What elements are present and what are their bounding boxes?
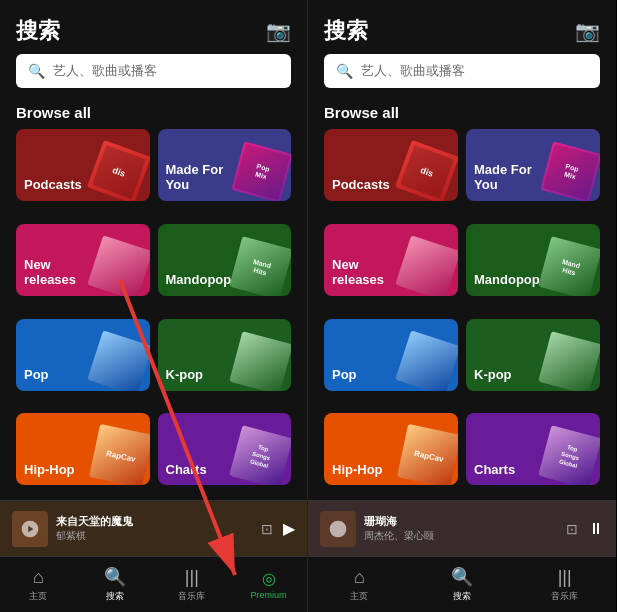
left-search-icon: 🔍 — [28, 63, 45, 79]
right-genre-kpop[interactable]: K-pop — [466, 319, 600, 391]
right-genre-charts[interactable]: Charts TopSongsGlobal — [466, 413, 600, 485]
right-search-nav-icon: 🔍 — [451, 566, 473, 588]
right-genre-charts-label: Charts — [474, 462, 515, 478]
right-search-placeholder: 艺人、歌曲或播客 — [361, 62, 465, 80]
right-genre-podcasts-label: Podcasts — [332, 177, 390, 193]
left-search-bar[interactable]: 🔍 艺人、歌曲或播客 — [16, 54, 291, 88]
left-genre-made-for-you-label: Made For You — [166, 162, 237, 193]
left-genre-podcasts[interactable]: Podcasts dis — [16, 129, 150, 201]
right-genre-hiphop[interactable]: Hip-Hop RapCav — [324, 413, 458, 485]
left-cast-button[interactable]: ⊡ — [261, 521, 273, 537]
left-nav-library-label: 音乐库 — [178, 590, 205, 603]
right-now-playing-title: 珊瑚海 — [364, 514, 558, 529]
right-nav-search[interactable]: 🔍 搜索 — [411, 566, 514, 603]
left-phone-panel: 搜索 📷 🔍 艺人、歌曲或播客 Browse all Podcasts dis … — [0, 0, 308, 612]
left-genre-mandopop[interactable]: Mandopop MandHits — [158, 224, 292, 296]
left-genre-hiphop-label: Hip-Hop — [24, 462, 75, 478]
right-browse-grid: Podcasts dis Made For You PopMix New rel… — [308, 129, 616, 500]
left-genre-hiphop[interactable]: Hip-Hop RapCav — [16, 413, 150, 485]
right-nav-library[interactable]: ||| 音乐库 — [513, 567, 616, 603]
right-genre-made-for-you[interactable]: Made For You PopMix — [466, 129, 600, 201]
right-browse-label: Browse all — [308, 100, 616, 129]
right-genre-mandopop-label: Mandopop — [474, 272, 540, 288]
right-now-playing[interactable]: 珊瑚海 周杰伦、梁心颐 ⊡ ⏸ — [308, 500, 616, 556]
left-genre-podcasts-label: Podcasts — [24, 177, 82, 193]
right-genre-new-releases-label: New releases — [332, 257, 403, 288]
left-genre-kpop[interactable]: K-pop — [158, 319, 292, 391]
right-header: 搜索 📷 — [308, 0, 616, 54]
right-now-playing-thumb — [320, 511, 356, 547]
right-genre-made-for-you-label: Made For You — [474, 162, 545, 193]
left-header: 搜索 📷 — [0, 0, 307, 54]
left-camera-icon[interactable]: 📷 — [266, 19, 291, 43]
left-nav-search-label: 搜索 — [106, 590, 124, 603]
right-page-title: 搜索 — [324, 16, 368, 46]
left-bottom-nav: ⌂ 主页 🔍 搜索 ||| 音乐库 ◎ Premium — [0, 556, 307, 612]
right-search-bar[interactable]: 🔍 艺人、歌曲或播客 — [324, 54, 600, 88]
left-search-nav-icon: 🔍 — [104, 566, 126, 588]
left-genre-new-releases-label: New releases — [24, 257, 95, 288]
left-nav-library[interactable]: ||| 音乐库 — [154, 567, 231, 603]
left-genre-made-for-you[interactable]: Made For You PopMix — [158, 129, 292, 201]
left-nav-premium-label: Premium — [251, 590, 287, 600]
right-genre-pop-label: Pop — [332, 367, 357, 383]
right-camera-icon[interactable]: 📷 — [575, 19, 600, 43]
right-genre-mandopop[interactable]: Mandopop MandHits — [466, 224, 600, 296]
right-nav-home[interactable]: ⌂ 主页 — [308, 567, 411, 603]
left-genre-kpop-label: K-pop — [166, 367, 204, 383]
left-nav-home-label: 主页 — [29, 590, 47, 603]
left-now-playing[interactable]: 来自天堂的魔鬼 郁紫棋 ⊡ ▶ — [0, 500, 307, 556]
left-play-button[interactable]: ▶ — [283, 519, 295, 538]
left-genre-charts-label: Charts — [166, 462, 207, 478]
left-now-playing-artist: 郁紫棋 — [56, 529, 253, 543]
left-search-placeholder: 艺人、歌曲或播客 — [53, 62, 157, 80]
right-genre-kpop-label: K-pop — [474, 367, 512, 383]
right-library-icon: ||| — [558, 567, 572, 588]
left-genre-pop[interactable]: Pop — [16, 319, 150, 391]
left-genre-pop-label: Pop — [24, 367, 49, 383]
right-now-playing-controls: ⊡ ⏸ — [566, 520, 604, 538]
right-nav-library-label: 音乐库 — [551, 590, 578, 603]
left-now-playing-info: 来自天堂的魔鬼 郁紫棋 — [56, 514, 253, 543]
right-now-playing-info: 珊瑚海 周杰伦、梁心颐 — [364, 514, 558, 543]
left-premium-icon: ◎ — [262, 569, 276, 588]
left-library-icon: ||| — [185, 567, 199, 588]
right-phone-panel: 搜索 📷 🔍 艺人、歌曲或播客 Browse all Podcasts dis … — [308, 0, 616, 612]
left-now-playing-title: 来自天堂的魔鬼 — [56, 514, 253, 529]
svg-point-2 — [330, 520, 347, 537]
right-genre-hiphop-label: Hip-Hop — [332, 462, 383, 478]
left-nav-search[interactable]: 🔍 搜索 — [77, 566, 154, 603]
left-genre-charts[interactable]: Charts TopSongsGlobal — [158, 413, 292, 485]
left-now-playing-controls: ⊡ ▶ — [261, 519, 295, 538]
left-page-title: 搜索 — [16, 16, 60, 46]
right-genre-new-releases[interactable]: New releases — [324, 224, 458, 296]
right-nav-home-label: 主页 — [350, 590, 368, 603]
right-genre-pop[interactable]: Pop — [324, 319, 458, 391]
left-genre-mandopop-label: Mandopop — [166, 272, 232, 288]
right-nav-search-label: 搜索 — [453, 590, 471, 603]
left-genre-new-releases[interactable]: New releases — [16, 224, 150, 296]
left-browse-grid: Podcasts dis Made For You PopMix New rel… — [0, 129, 307, 500]
right-genre-podcasts[interactable]: Podcasts dis — [324, 129, 458, 201]
right-bottom-nav: ⌂ 主页 🔍 搜索 ||| 音乐库 — [308, 556, 616, 612]
left-browse-label: Browse all — [0, 100, 307, 129]
right-search-icon: 🔍 — [336, 63, 353, 79]
left-home-icon: ⌂ — [33, 567, 44, 588]
right-cast-button[interactable]: ⊡ — [566, 521, 578, 537]
right-pause-button[interactable]: ⏸ — [588, 520, 604, 538]
left-nav-home[interactable]: ⌂ 主页 — [0, 567, 77, 603]
right-home-icon: ⌂ — [354, 567, 365, 588]
left-now-playing-thumb — [12, 511, 48, 547]
right-now-playing-artist: 周杰伦、梁心颐 — [364, 529, 558, 543]
left-nav-premium[interactable]: ◎ Premium — [230, 569, 307, 600]
